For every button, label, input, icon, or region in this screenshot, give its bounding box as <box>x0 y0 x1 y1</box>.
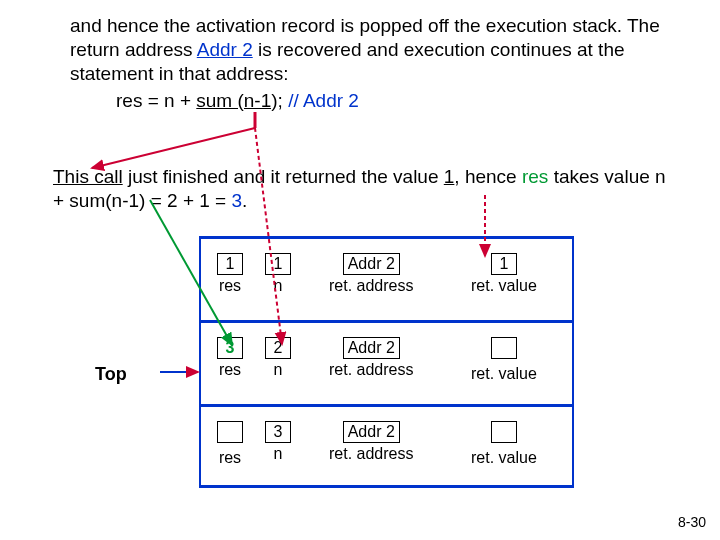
res-box: 3 <box>217 337 243 359</box>
code-line: res = n + sum (n-1); // Addr 2 <box>116 90 359 112</box>
stack-diagram: 1 res 1 n Addr 2 ret. address 1 ret. val… <box>199 236 574 488</box>
ret-val-cell: ret. value <box>471 421 537 467</box>
res-label: res <box>217 277 243 295</box>
res-cell: 1 res <box>217 253 243 295</box>
stack-row: res 3 n Addr 2 ret. address ret. value <box>199 404 574 488</box>
text: just finished and it returned the value <box>123 166 444 187</box>
ret-addr-cell: Addr 2 ret. address <box>329 421 413 463</box>
text: . <box>242 190 247 211</box>
res-box <box>217 421 243 443</box>
res-label: res <box>217 449 243 467</box>
ret-val-box <box>491 337 517 359</box>
code-call: sum (n-1); <box>196 90 283 111</box>
ret-addr-label: ret. address <box>329 277 413 295</box>
n-label: n <box>265 445 291 463</box>
ret-val-cell: ret. value <box>471 337 537 383</box>
res-cell: 3 res <box>217 337 243 379</box>
ret-addr-box: Addr 2 <box>343 337 400 359</box>
n-label: n <box>265 277 291 295</box>
n-cell: 2 n <box>265 337 291 379</box>
n-box: 1 <box>265 253 291 275</box>
ret-val-label: ret. value <box>471 449 537 467</box>
ret-addr-box: Addr 2 <box>343 253 400 275</box>
res-box: 1 <box>217 253 243 275</box>
paragraph-intro: and hence the activation record is poppe… <box>70 14 660 85</box>
svg-line-1 <box>92 128 255 168</box>
ret-addr-label: ret. address <box>329 361 413 379</box>
ret-val-box: 1 <box>491 253 517 275</box>
ret-val-label: ret. value <box>471 277 537 295</box>
res-cell: res <box>217 421 243 467</box>
ret-addr-cell: Addr 2 ret. address <box>329 253 413 295</box>
ret-val-cell: 1 ret. value <box>471 253 537 295</box>
this-call: This call <box>53 166 123 187</box>
paragraph-result: This call just finished and it returned … <box>53 165 673 213</box>
stack-row: 1 res 1 n Addr 2 ret. address 1 ret. val… <box>199 236 574 320</box>
ret-val-box <box>491 421 517 443</box>
text: , hence <box>454 166 522 187</box>
ret-val-label: ret. value <box>471 365 537 383</box>
n-cell: 3 n <box>265 421 291 463</box>
ret-addr-label: ret. address <box>329 445 413 463</box>
n-cell: 1 n <box>265 253 291 295</box>
top-label: Top <box>95 364 127 385</box>
n-label: n <box>265 361 291 379</box>
code-comment: // Addr 2 <box>283 90 359 111</box>
res-word: res <box>522 166 548 187</box>
value-one: 1 <box>444 166 455 187</box>
page-number: 8-30 <box>678 514 706 530</box>
addr2-label: Addr 2 <box>197 39 253 60</box>
code-pre: res = n + <box>116 90 196 111</box>
ret-addr-cell: Addr 2 ret. address <box>329 337 413 379</box>
three-value: 3 <box>231 190 242 211</box>
ret-addr-box: Addr 2 <box>343 421 400 443</box>
stack-row: 3 res 2 n Addr 2 ret. address ret. value <box>199 320 574 404</box>
n-box: 3 <box>265 421 291 443</box>
n-box: 2 <box>265 337 291 359</box>
res-label: res <box>217 361 243 379</box>
